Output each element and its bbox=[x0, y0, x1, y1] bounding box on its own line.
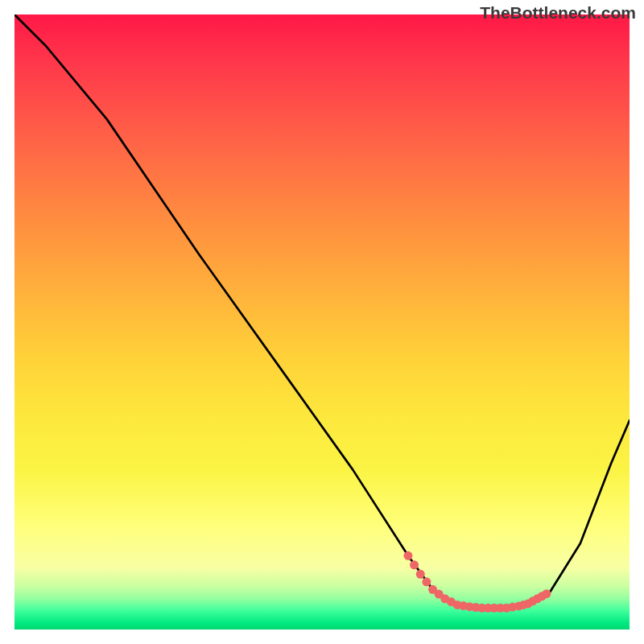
highlight-dot bbox=[435, 590, 444, 599]
watermark-text: TheBottleneck.com bbox=[480, 3, 636, 23]
highlight-dot bbox=[410, 560, 419, 569]
main-curve-line bbox=[14, 14, 630, 608]
highlight-dot bbox=[403, 551, 412, 560]
highlight-dot bbox=[416, 570, 425, 579]
highlight-dot bbox=[496, 604, 505, 613]
highlight-dot bbox=[538, 592, 547, 601]
highlight-dot bbox=[519, 601, 528, 609]
highlight-dot bbox=[528, 597, 537, 605]
plot-area bbox=[14, 14, 630, 630]
highlight-dot bbox=[472, 603, 481, 612]
chart-svg bbox=[14, 14, 630, 630]
highlight-dot bbox=[484, 604, 493, 613]
highlight-dot bbox=[422, 577, 431, 586]
highlight-dot bbox=[459, 601, 468, 610]
highlight-dotted-segment bbox=[403, 551, 551, 613]
chart-container: TheBottleneck.com bbox=[0, 0, 644, 644]
highlight-dot bbox=[508, 603, 517, 612]
highlight-dot bbox=[447, 597, 456, 606]
